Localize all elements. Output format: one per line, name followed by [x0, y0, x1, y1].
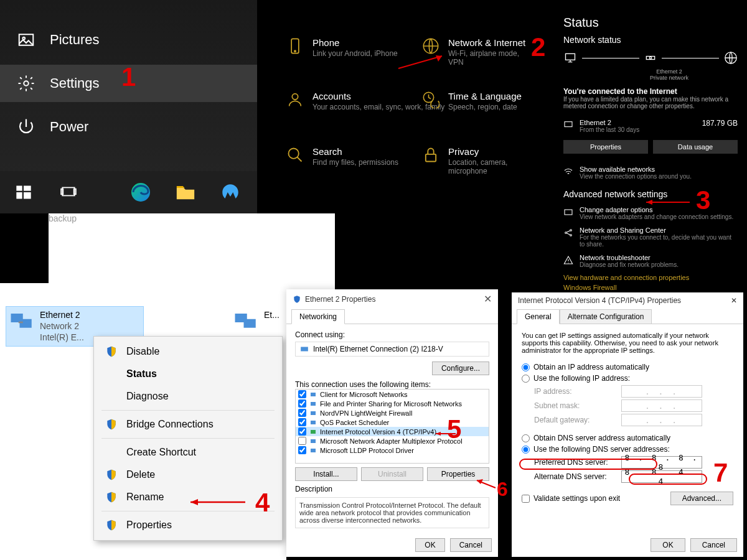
nordvpn-icon[interactable] [215, 177, 245, 207]
close-icon[interactable]: ✕ [484, 293, 492, 305]
radio-auto-ip[interactable]: Obtain an IP address automatically [522, 363, 733, 371]
settings-privacy-sub: Location, camera, microphone [448, 158, 535, 175]
cancel-button[interactable]: Cancel [450, 538, 492, 552]
radio[interactable] [522, 446, 530, 454]
configure-button[interactable]: Configure... [432, 362, 489, 375]
radio-auto-dns[interactable]: Obtain DNS server address automatically [522, 434, 733, 442]
device-name: Intel(R) Ethernet Connection (2) I218-V [313, 345, 443, 353]
settings-phone[interactable]: PhoneLink your Android, iPhone [286, 37, 398, 58]
data-usage-button[interactable]: Data usage [653, 140, 738, 154]
status-panel: Status Network status Ethernet 2Private … [563, 16, 738, 304]
radio[interactable] [522, 434, 530, 442]
ctx-disable[interactable]: Disable [94, 340, 282, 363]
list-item[interactable]: Microsoft Network Adapter Multiplexor Pr… [296, 436, 489, 446]
list-item[interactable]: Microsoft LLDP Protocol Driver [296, 446, 489, 455]
troubleshooter[interactable]: Network troubleshooterDiagnose and fix n… [563, 251, 738, 271]
warning-icon [563, 255, 573, 265]
checkbox[interactable] [298, 399, 306, 408]
svg-rect-4 [24, 186, 31, 191]
checkbox[interactable] [298, 409, 306, 417]
show-networks[interactable]: Show available networksView the connecti… [563, 162, 738, 183]
connect-using-label: Connect using: [295, 330, 489, 339]
list-item[interactable]: File and Printer Sharing for Microsoft N… [296, 399, 489, 408]
item-5: Microsoft Network Adapter Multiplexor Pr… [320, 437, 463, 445]
ctx-bridge[interactable]: Bridge Connections [94, 413, 282, 436]
adapter-usage: 187.79 GB [702, 119, 738, 128]
change-adapter-options[interactable]: Change adapter optionsView network adapt… [563, 203, 738, 223]
sharing-center[interactable]: Network and Sharing CenterFor the networ… [563, 223, 738, 251]
ctx-delete-label: Delete [126, 469, 155, 480]
component-icon [309, 447, 317, 454]
ctx-rename[interactable]: Rename [94, 486, 282, 508]
desc-label: Description [295, 485, 489, 493]
checkbox[interactable] [298, 418, 306, 426]
components-list[interactable]: Client for Microsoft Networks File and P… [295, 389, 489, 464]
radio[interactable] [522, 363, 530, 371]
tab-alternate[interactable]: Alternate Configuration [560, 309, 652, 324]
ctx-shortcut[interactable]: Create Shortcut [94, 441, 282, 464]
validate-checkbox[interactable] [522, 495, 530, 503]
cancel-button[interactable]: Cancel [690, 538, 737, 552]
radio[interactable] [522, 375, 530, 383]
install-button[interactable]: Install... [295, 467, 357, 481]
list-item[interactable]: Client for Microsoft Networks [296, 390, 489, 399]
settings-time[interactable]: Time & LanguageSpeech, region, date [422, 91, 522, 111]
radio-static-dns[interactable]: Use the following DNS server addresses: [522, 445, 733, 454]
explorer-icon[interactable] [171, 177, 200, 207]
ctx-properties[interactable]: Properties [94, 514, 282, 536]
start-settings-label: Settings [50, 75, 100, 91]
status-heading: Status [563, 16, 738, 30]
item-0: Client for Microsoft Networks [320, 391, 408, 398]
settings-accounts[interactable]: AccountsYour accounts, email, sync, work… [286, 91, 444, 111]
link-firewall[interactable]: Windows Firewall [563, 284, 738, 291]
adapter-tile-2[interactable]: Et... [230, 307, 286, 338]
ctx-status[interactable]: Status [94, 363, 282, 385]
properties-button[interactable]: Properties [427, 467, 489, 481]
taskview-icon[interactable] [54, 177, 83, 207]
properties-button[interactable]: Properties [563, 140, 648, 154]
pref-dns-input[interactable]: 8 . 8 . 8 . 8 [621, 456, 702, 469]
alt-dns-input[interactable]: 8 . 8 . 4 . 4 [621, 470, 702, 483]
checkbox[interactable] [298, 446, 306, 454]
svg-rect-43 [311, 439, 316, 443]
tab-general[interactable]: General [517, 309, 560, 324]
checkbox[interactable] [298, 437, 306, 445]
ctx-delete[interactable]: Delete [94, 464, 282, 486]
ctx-status-label: Status [126, 368, 157, 380]
start-power[interactable]: Power [0, 108, 257, 146]
svg-rect-3 [16, 186, 22, 191]
list-item[interactable]: QoS Packet Scheduler [296, 418, 489, 427]
advanced-heading: Advanced network settings [563, 189, 738, 199]
start-settings[interactable]: Settings [0, 65, 257, 102]
list-item-tcpip4[interactable]: Internet Protocol Version 4 (TCP/IPv4) [296, 427, 489, 436]
settings-search[interactable]: SearchFind my files, permissions [286, 146, 398, 167]
ctx-diagnose[interactable]: Diagnose [94, 385, 282, 408]
checkbox[interactable] [298, 390, 306, 398]
start-pictures[interactable]: Pictures [0, 21, 257, 58]
radio-static-ip[interactable]: Use the following IP address: [522, 374, 733, 383]
item-6: Microsoft LLDP Protocol Driver [320, 447, 414, 454]
advanced-button[interactable]: Advanced... [670, 492, 733, 505]
adapter-options-sub: View network adapters and change connect… [580, 213, 733, 220]
start-button[interactable] [9, 177, 39, 207]
list-item[interactable]: NordVPN LightWeight Firewall [296, 408, 489, 418]
settings-phone-title: Phone [312, 37, 398, 48]
close-icon[interactable]: ✕ [731, 296, 737, 305]
settings-privacy[interactable]: PrivacyLocation, camera, microphone [422, 146, 535, 175]
svg-point-16 [289, 149, 299, 159]
adapter-net-1: Network 2 [40, 320, 84, 332]
checkbox[interactable] [298, 427, 306, 436]
ok-button[interactable]: OK [415, 538, 444, 552]
adapter-large-icon [9, 309, 35, 335]
component-icon [309, 437, 317, 445]
clock-globe-icon [422, 91, 439, 108]
ok-button[interactable]: OK [651, 538, 685, 552]
settings-network[interactable]: Network & InternetWi-Fi, airplane mode, … [422, 37, 535, 67]
edge-icon[interactable] [126, 177, 156, 207]
step-6-marker: 6 [497, 478, 508, 501]
svg-rect-44 [311, 449, 316, 452]
ethernet-properties-dialog: Ethernet 2 Properties ✕ Networking Conne… [286, 289, 498, 557]
settings-privacy-title: Privacy [448, 146, 535, 157]
link-hardware[interactable]: View hardware and connection properties [563, 274, 738, 281]
tab-networking[interactable]: Networking [291, 309, 345, 324]
